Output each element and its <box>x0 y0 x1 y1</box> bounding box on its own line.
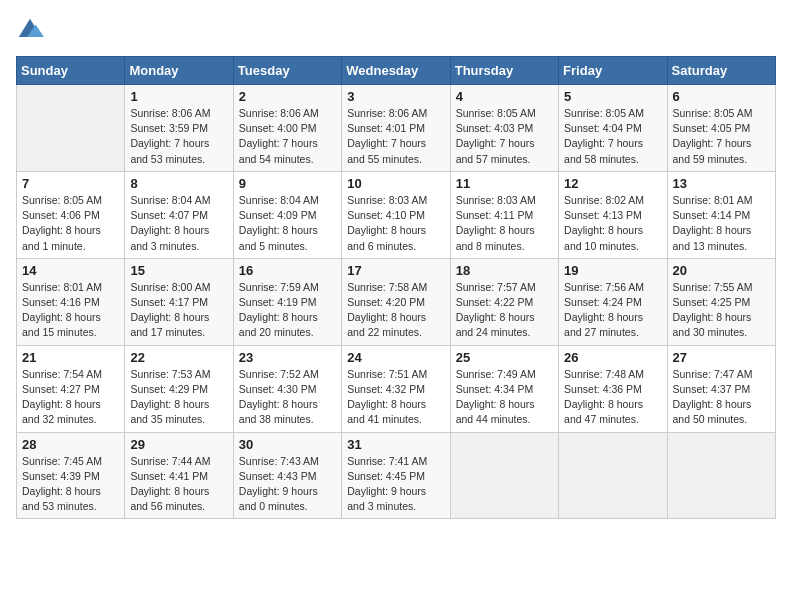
day-content: Sunrise: 7:45 AMSunset: 4:39 PMDaylight:… <box>22 454 119 515</box>
day-number: 16 <box>239 263 336 278</box>
day-content: Sunrise: 7:59 AMSunset: 4:19 PMDaylight:… <box>239 280 336 341</box>
weekday-header-thursday: Thursday <box>450 57 558 85</box>
calendar-cell: 19Sunrise: 7:56 AMSunset: 4:24 PMDayligh… <box>559 258 667 345</box>
day-content: Sunrise: 7:51 AMSunset: 4:32 PMDaylight:… <box>347 367 444 428</box>
calendar-cell: 20Sunrise: 7:55 AMSunset: 4:25 PMDayligh… <box>667 258 775 345</box>
calendar-week-3: 14Sunrise: 8:01 AMSunset: 4:16 PMDayligh… <box>17 258 776 345</box>
calendar-cell: 12Sunrise: 8:02 AMSunset: 4:13 PMDayligh… <box>559 171 667 258</box>
day-number: 7 <box>22 176 119 191</box>
calendar-cell: 28Sunrise: 7:45 AMSunset: 4:39 PMDayligh… <box>17 432 125 519</box>
day-content: Sunrise: 8:03 AMSunset: 4:10 PMDaylight:… <box>347 193 444 254</box>
weekday-header-wednesday: Wednesday <box>342 57 450 85</box>
logo <box>16 16 48 44</box>
calendar-cell: 23Sunrise: 7:52 AMSunset: 4:30 PMDayligh… <box>233 345 341 432</box>
calendar-cell: 16Sunrise: 7:59 AMSunset: 4:19 PMDayligh… <box>233 258 341 345</box>
calendar-table: SundayMondayTuesdayWednesdayThursdayFrid… <box>16 56 776 519</box>
calendar-cell: 5Sunrise: 8:05 AMSunset: 4:04 PMDaylight… <box>559 85 667 172</box>
day-content: Sunrise: 7:54 AMSunset: 4:27 PMDaylight:… <box>22 367 119 428</box>
day-content: Sunrise: 7:48 AMSunset: 4:36 PMDaylight:… <box>564 367 661 428</box>
header <box>16 16 776 44</box>
day-content: Sunrise: 8:01 AMSunset: 4:16 PMDaylight:… <box>22 280 119 341</box>
calendar-cell: 29Sunrise: 7:44 AMSunset: 4:41 PMDayligh… <box>125 432 233 519</box>
day-number: 8 <box>130 176 227 191</box>
day-content: Sunrise: 7:58 AMSunset: 4:20 PMDaylight:… <box>347 280 444 341</box>
calendar-cell: 11Sunrise: 8:03 AMSunset: 4:11 PMDayligh… <box>450 171 558 258</box>
weekday-header-sunday: Sunday <box>17 57 125 85</box>
day-number: 14 <box>22 263 119 278</box>
calendar-cell: 7Sunrise: 8:05 AMSunset: 4:06 PMDaylight… <box>17 171 125 258</box>
day-number: 12 <box>564 176 661 191</box>
weekday-header-saturday: Saturday <box>667 57 775 85</box>
day-number: 21 <box>22 350 119 365</box>
weekday-header-monday: Monday <box>125 57 233 85</box>
day-number: 3 <box>347 89 444 104</box>
calendar-cell: 24Sunrise: 7:51 AMSunset: 4:32 PMDayligh… <box>342 345 450 432</box>
calendar-cell: 26Sunrise: 7:48 AMSunset: 4:36 PMDayligh… <box>559 345 667 432</box>
day-number: 15 <box>130 263 227 278</box>
day-number: 5 <box>564 89 661 104</box>
day-content: Sunrise: 8:04 AMSunset: 4:07 PMDaylight:… <box>130 193 227 254</box>
day-content: Sunrise: 7:57 AMSunset: 4:22 PMDaylight:… <box>456 280 553 341</box>
day-content: Sunrise: 8:05 AMSunset: 4:06 PMDaylight:… <box>22 193 119 254</box>
day-number: 4 <box>456 89 553 104</box>
calendar-cell: 22Sunrise: 7:53 AMSunset: 4:29 PMDayligh… <box>125 345 233 432</box>
day-number: 10 <box>347 176 444 191</box>
logo-icon <box>16 16 44 44</box>
calendar-cell: 1Sunrise: 8:06 AMSunset: 3:59 PMDaylight… <box>125 85 233 172</box>
day-content: Sunrise: 8:02 AMSunset: 4:13 PMDaylight:… <box>564 193 661 254</box>
day-number: 27 <box>673 350 770 365</box>
calendar-cell: 3Sunrise: 8:06 AMSunset: 4:01 PMDaylight… <box>342 85 450 172</box>
calendar-cell: 21Sunrise: 7:54 AMSunset: 4:27 PMDayligh… <box>17 345 125 432</box>
calendar-body: 1Sunrise: 8:06 AMSunset: 3:59 PMDaylight… <box>17 85 776 519</box>
day-content: Sunrise: 7:43 AMSunset: 4:43 PMDaylight:… <box>239 454 336 515</box>
day-number: 6 <box>673 89 770 104</box>
day-number: 24 <box>347 350 444 365</box>
day-content: Sunrise: 8:05 AMSunset: 4:05 PMDaylight:… <box>673 106 770 167</box>
day-content: Sunrise: 8:05 AMSunset: 4:04 PMDaylight:… <box>564 106 661 167</box>
day-number: 11 <box>456 176 553 191</box>
calendar-cell: 13Sunrise: 8:01 AMSunset: 4:14 PMDayligh… <box>667 171 775 258</box>
day-content: Sunrise: 8:06 AMSunset: 4:01 PMDaylight:… <box>347 106 444 167</box>
day-number: 19 <box>564 263 661 278</box>
calendar-cell: 6Sunrise: 8:05 AMSunset: 4:05 PMDaylight… <box>667 85 775 172</box>
day-content: Sunrise: 7:41 AMSunset: 4:45 PMDaylight:… <box>347 454 444 515</box>
day-number: 13 <box>673 176 770 191</box>
day-content: Sunrise: 8:01 AMSunset: 4:14 PMDaylight:… <box>673 193 770 254</box>
day-content: Sunrise: 8:00 AMSunset: 4:17 PMDaylight:… <box>130 280 227 341</box>
calendar-week-1: 1Sunrise: 8:06 AMSunset: 3:59 PMDaylight… <box>17 85 776 172</box>
day-number: 18 <box>456 263 553 278</box>
calendar-cell: 31Sunrise: 7:41 AMSunset: 4:45 PMDayligh… <box>342 432 450 519</box>
calendar-cell: 25Sunrise: 7:49 AMSunset: 4:34 PMDayligh… <box>450 345 558 432</box>
calendar-cell: 27Sunrise: 7:47 AMSunset: 4:37 PMDayligh… <box>667 345 775 432</box>
weekday-header-friday: Friday <box>559 57 667 85</box>
day-number: 22 <box>130 350 227 365</box>
day-content: Sunrise: 8:03 AMSunset: 4:11 PMDaylight:… <box>456 193 553 254</box>
day-content: Sunrise: 8:05 AMSunset: 4:03 PMDaylight:… <box>456 106 553 167</box>
calendar-cell <box>559 432 667 519</box>
day-content: Sunrise: 7:55 AMSunset: 4:25 PMDaylight:… <box>673 280 770 341</box>
calendar-cell: 18Sunrise: 7:57 AMSunset: 4:22 PMDayligh… <box>450 258 558 345</box>
day-number: 17 <box>347 263 444 278</box>
weekday-row: SundayMondayTuesdayWednesdayThursdayFrid… <box>17 57 776 85</box>
calendar-cell: 15Sunrise: 8:00 AMSunset: 4:17 PMDayligh… <box>125 258 233 345</box>
day-content: Sunrise: 7:44 AMSunset: 4:41 PMDaylight:… <box>130 454 227 515</box>
day-number: 28 <box>22 437 119 452</box>
day-content: Sunrise: 7:49 AMSunset: 4:34 PMDaylight:… <box>456 367 553 428</box>
calendar-cell: 8Sunrise: 8:04 AMSunset: 4:07 PMDaylight… <box>125 171 233 258</box>
calendar-header: SundayMondayTuesdayWednesdayThursdayFrid… <box>17 57 776 85</box>
calendar-cell <box>667 432 775 519</box>
calendar-week-4: 21Sunrise: 7:54 AMSunset: 4:27 PMDayligh… <box>17 345 776 432</box>
calendar-cell: 17Sunrise: 7:58 AMSunset: 4:20 PMDayligh… <box>342 258 450 345</box>
day-content: Sunrise: 7:53 AMSunset: 4:29 PMDaylight:… <box>130 367 227 428</box>
day-content: Sunrise: 7:47 AMSunset: 4:37 PMDaylight:… <box>673 367 770 428</box>
day-number: 23 <box>239 350 336 365</box>
weekday-header-tuesday: Tuesday <box>233 57 341 85</box>
calendar-week-2: 7Sunrise: 8:05 AMSunset: 4:06 PMDaylight… <box>17 171 776 258</box>
calendar-cell <box>450 432 558 519</box>
day-number: 31 <box>347 437 444 452</box>
calendar-cell <box>17 85 125 172</box>
calendar-cell: 14Sunrise: 8:01 AMSunset: 4:16 PMDayligh… <box>17 258 125 345</box>
day-number: 1 <box>130 89 227 104</box>
day-number: 20 <box>673 263 770 278</box>
calendar-cell: 9Sunrise: 8:04 AMSunset: 4:09 PMDaylight… <box>233 171 341 258</box>
